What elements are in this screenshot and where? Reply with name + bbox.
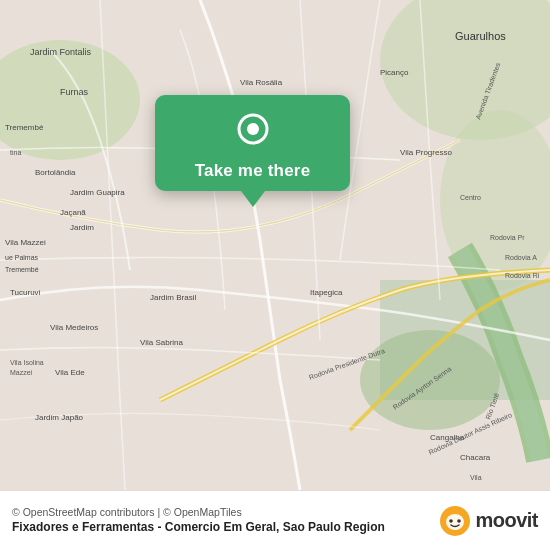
svg-text:Rodovia A: Rodovia A	[505, 254, 537, 261]
svg-text:tina: tina	[10, 149, 21, 156]
moovit-icon	[439, 505, 471, 537]
svg-text:ue Palmas: ue Palmas	[5, 254, 39, 261]
location-pin-icon	[231, 109, 275, 153]
bottom-bar: © OpenStreetMap contributors | © OpenMap…	[0, 490, 550, 550]
svg-point-47	[446, 514, 464, 530]
svg-text:Vila Rosália: Vila Rosália	[240, 78, 283, 87]
svg-text:Furnas: Furnas	[60, 87, 89, 97]
svg-text:Picanço: Picanço	[380, 68, 409, 77]
svg-text:Jardim Fontalis: Jardim Fontalis	[30, 47, 92, 57]
svg-text:Tremembé: Tremembé	[5, 123, 44, 132]
svg-text:Vila Sabrina: Vila Sabrina	[140, 338, 184, 347]
svg-text:Jaçanã: Jaçanã	[60, 208, 86, 217]
location-name: Fixadores e Ferramentas - Comercio Em Ge…	[12, 520, 385, 534]
svg-text:Vila Medeiros: Vila Medeiros	[50, 323, 98, 332]
svg-text:Mazzei: Mazzei	[10, 369, 33, 376]
svg-text:Jardim Brasil: Jardim Brasil	[150, 293, 196, 302]
moovit-text: moovit	[475, 509, 538, 532]
svg-text:Vila Mazzei: Vila Mazzei	[5, 238, 46, 247]
location-callout[interactable]: Take me there	[155, 95, 350, 191]
svg-text:Guarulhos: Guarulhos	[455, 30, 506, 42]
svg-point-48	[450, 519, 454, 523]
svg-text:Rodovia Pr: Rodovia Pr	[490, 234, 525, 241]
map-background: Guarulhos Jardim Fontalis Furnas Trememb…	[0, 0, 550, 490]
moovit-logo: moovit	[439, 505, 538, 537]
svg-point-45	[247, 123, 259, 135]
map-view[interactable]: Guarulhos Jardim Fontalis Furnas Trememb…	[0, 0, 550, 490]
svg-text:Jardim Guapira: Jardim Guapira	[70, 188, 125, 197]
take-me-there-label: Take me there	[195, 161, 311, 181]
attribution-text: © OpenStreetMap contributors | © OpenMap…	[12, 505, 431, 536]
svg-text:Tremembé: Tremembé	[5, 266, 39, 273]
svg-text:Tucuruvi: Tucuruvi	[10, 288, 41, 297]
svg-text:Chacara: Chacara	[460, 453, 491, 462]
svg-text:Rodovia Ri: Rodovia Ri	[505, 272, 540, 279]
svg-text:Centro: Centro	[460, 194, 481, 201]
svg-text:Vila Ede: Vila Ede	[55, 368, 85, 377]
svg-text:Vila Isolina: Vila Isolina	[10, 359, 44, 366]
svg-text:Jardim Japão: Jardim Japão	[35, 413, 84, 422]
svg-text:Vila: Vila	[470, 474, 482, 481]
svg-point-49	[458, 519, 462, 523]
svg-text:Vila Progresso: Vila Progresso	[400, 148, 452, 157]
svg-text:Bortolândia: Bortolândia	[35, 168, 76, 177]
svg-text:Itapegica: Itapegica	[310, 288, 343, 297]
svg-text:Jardim: Jardim	[70, 223, 94, 232]
osm-attribution: © OpenStreetMap contributors | © OpenMap…	[12, 506, 242, 518]
